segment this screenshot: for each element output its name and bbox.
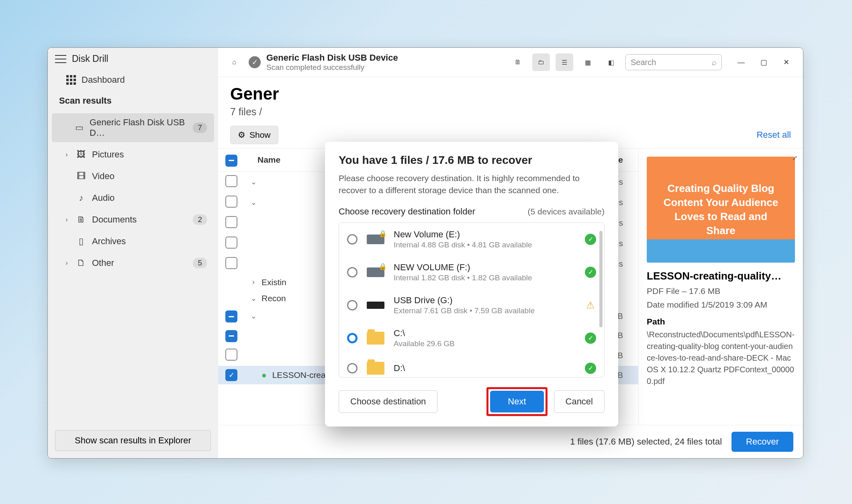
device-list: New Volume (E:)Internal 4.88 GB disk • 4… — [339, 222, 605, 377]
topbar-title: Generic Flash Disk USB Device — [266, 53, 398, 63]
sidebar-scan-results-header: Scan results — [48, 90, 218, 112]
usb-drive-icon — [367, 302, 384, 309]
row-checkbox[interactable] — [225, 237, 237, 249]
sidebar-item-label: Pictures — [92, 149, 124, 160]
device-name: USB Drive (G:) — [394, 295, 577, 306]
sidebar-badge: 7 — [193, 122, 207, 133]
chevron-down-icon: ⌄ — [245, 312, 262, 320]
sidebar-item-audio[interactable]: ♪ Audio — [52, 189, 214, 207]
preview-filetype: PDF File – 17.6 MB — [647, 286, 795, 296]
picture-icon: 🖼 — [76, 149, 86, 160]
chevron-right-icon: › — [245, 278, 262, 286]
folder-icon — [367, 362, 384, 375]
search-icon: ⌕ — [712, 58, 717, 67]
device-name: New Volume (E:) — [394, 229, 577, 240]
topbar-subtitle: Scan completed successfully — [266, 63, 398, 72]
device-option[interactable]: NEW VOLUME (F:)Internal 1.82 GB disk • 1… — [339, 256, 604, 289]
choose-destination-button[interactable]: Choose destination — [339, 390, 437, 413]
dialog-description: Please choose recovery destination. It i… — [339, 172, 605, 197]
radio-button[interactable] — [347, 300, 358, 310]
menu-icon[interactable] — [55, 55, 66, 63]
sidebar-item-other[interactable]: › 🗋 Other 5 — [52, 254, 214, 272]
device-name: C:\ — [394, 328, 577, 339]
chevron-right-icon: › — [63, 151, 70, 158]
home-icon[interactable]: ⌂ — [225, 53, 243, 71]
page-title: Gener — [230, 84, 791, 104]
preview-banner-text: Creating Quality Blog Content Your Audie… — [659, 182, 783, 238]
device-option[interactable]: USB Drive (G:)External 7.61 GB disk • 7.… — [339, 289, 604, 322]
sidebar-dashboard[interactable]: Dashboard — [48, 70, 218, 90]
hero: Gener 7 files / — [218, 77, 803, 122]
radio-button-selected[interactable] — [347, 333, 358, 343]
reset-all-link[interactable]: Reset all — [756, 130, 791, 140]
device-name: NEW VOLUME (F:) — [394, 262, 577, 273]
status-ok-icon: ✓ — [585, 333, 596, 344]
search-input[interactable]: Search ⌕ — [625, 54, 722, 70]
folder-icon[interactable]: 🗀 — [532, 53, 550, 71]
device-detail: External 7.61 GB disk • 7.59 GB availabl… — [394, 306, 577, 315]
row-checkbox[interactable] — [225, 310, 237, 322]
recovery-destination-dialog: You have 1 files / 17.6 MB to recover Pl… — [325, 142, 618, 426]
audio-icon: ♪ — [76, 193, 86, 203]
device-detail: Available 29.6 GB — [394, 339, 577, 348]
devices-available-label: (5 devices available) — [528, 207, 605, 216]
app-title: Disk Drill — [72, 53, 108, 64]
row-checkbox[interactable] — [225, 349, 237, 361]
sidebar-badge: 5 — [193, 258, 207, 268]
selection-status: 1 files (17.6 MB) selected, 24 files tot… — [570, 437, 722, 447]
sidebar-item-pictures[interactable]: › 🖼 Pictures — [52, 145, 214, 164]
preview-filename: LESSON-creating-quality… — [647, 270, 795, 282]
search-placeholder: Search — [631, 58, 656, 67]
sidebar-item-video[interactable]: 🎞 Video — [52, 167, 214, 186]
preview-path: \Reconstructed\Documents\pdf\LESSON-crea… — [647, 329, 795, 387]
status-ok-icon: ✓ — [585, 267, 596, 278]
sidebar-item-archives[interactable]: ▯ Archives — [52, 232, 214, 251]
maximize-button[interactable]: ▢ — [754, 54, 773, 70]
file-icon[interactable]: 🗎 — [509, 53, 527, 71]
pdf-icon: ● — [262, 370, 267, 380]
row-checkbox[interactable] — [225, 369, 237, 381]
chevron-down-icon: ⌄ — [245, 178, 262, 186]
device-option[interactable]: D:\ ✓ — [339, 355, 604, 377]
show-filter-button[interactable]: ⚙ Show — [230, 126, 278, 144]
chevron-down-icon: ⌄ — [245, 294, 262, 303]
row-checkbox[interactable] — [225, 216, 237, 228]
expand-icon[interactable]: ⤢ — [792, 154, 797, 162]
radio-button[interactable] — [347, 363, 358, 373]
device-option-selected[interactable]: C:\Available 29.6 GB ✓ — [339, 322, 604, 355]
sidebar-item-label: Other — [92, 258, 114, 268]
chevron-right-icon: › — [63, 216, 70, 223]
row-checkbox[interactable] — [225, 330, 237, 342]
sidebar-item-documents[interactable]: › 🗎 Documents 2 — [52, 210, 214, 229]
device-option[interactable]: New Volume (E:)Internal 4.88 GB disk • 4… — [339, 223, 604, 256]
sidebar-item-label: Archives — [92, 236, 126, 247]
cancel-button[interactable]: Cancel — [554, 390, 605, 413]
device-detail: Internal 4.88 GB disk • 4.81 GB availabl… — [394, 241, 577, 249]
radio-button[interactable] — [347, 234, 358, 245]
row-checkbox[interactable] — [225, 196, 237, 208]
choose-folder-label: Choose recovery destination folder — [339, 206, 475, 217]
minimize-button[interactable]: — — [731, 54, 751, 70]
bottom-bar: 1 files (17.6 MB) selected, 24 files tot… — [218, 425, 803, 458]
panel-icon[interactable]: ◧ — [602, 53, 620, 71]
sidebar: Disk Drill Dashboard Scan results ▭ Gene… — [48, 48, 218, 458]
preview-panel: ⤢ Creating Quality Blog Content Your Aud… — [638, 149, 803, 425]
close-button[interactable]: ✕ — [776, 54, 796, 70]
show-in-explorer-button[interactable]: Show scan results in Explorer — [55, 430, 211, 451]
radio-button[interactable] — [347, 267, 358, 278]
row-checkbox[interactable] — [225, 257, 237, 269]
grid-icon[interactable]: ▦ — [579, 53, 597, 71]
topbar: ⌂ ✓ Generic Flash Disk USB Device Scan c… — [218, 48, 803, 77]
row-checkbox[interactable] — [225, 175, 237, 187]
next-button[interactable]: Next — [490, 391, 543, 412]
sidebar-item-label: Documents — [92, 214, 137, 225]
video-icon: 🎞 — [76, 171, 86, 182]
select-all-checkbox[interactable] — [225, 155, 237, 167]
chevron-right-icon: › — [63, 259, 70, 267]
preview-modified: Date modified 1/5/2019 3:09 AM — [647, 300, 795, 310]
status-ok-icon: ✓ — [585, 363, 596, 374]
sidebar-item-device[interactable]: ▭ Generic Flash Disk USB D… 7 — [52, 113, 214, 142]
list-icon[interactable]: ☰ — [556, 53, 573, 71]
device-detail: Internal 1.82 GB disk • 1.82 GB availabl… — [394, 273, 577, 282]
recover-button[interactable]: Recover — [731, 432, 793, 452]
